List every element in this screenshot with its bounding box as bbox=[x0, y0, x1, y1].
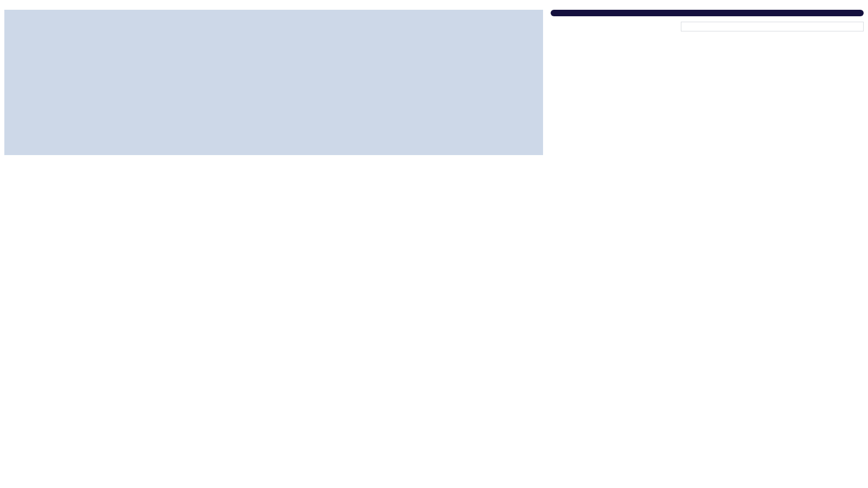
project-detail-panel bbox=[551, 10, 864, 155]
tasks-stacked-chart bbox=[4, 10, 543, 155]
detail-hbar-chart bbox=[681, 22, 864, 31]
detail-title bbox=[551, 10, 864, 16]
